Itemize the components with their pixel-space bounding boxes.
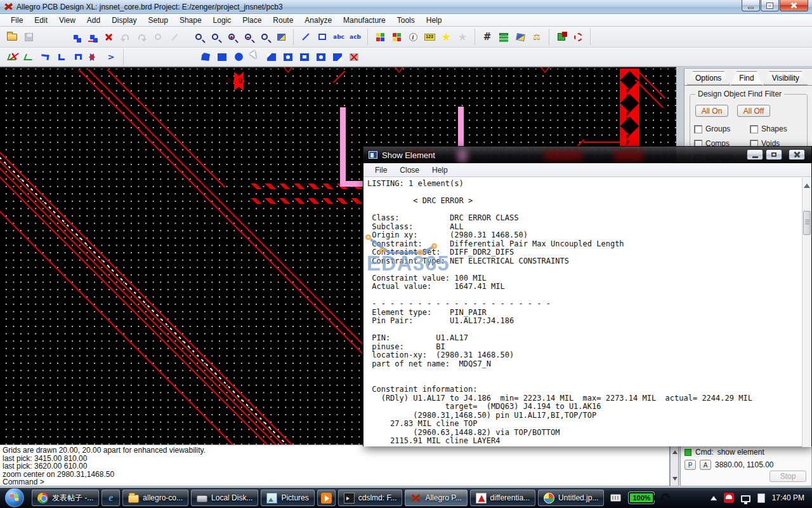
swap-pins-icon[interactable] [87,50,102,64]
tab-options[interactable]: Options [687,71,730,85]
taskbar-local-disk[interactable]: Local Disk... [191,490,258,506]
dialog-scrollbar[interactable] [802,178,811,447]
antivirus-tray-icon[interactable] [724,493,734,503]
command-prompt[interactable]: Command > [3,478,667,486]
save-file-icon[interactable] [21,30,36,44]
scroll-down-icon[interactable] [672,477,678,483]
drc-error-marker[interactable] [234,72,254,91]
taskbar-allegro-active[interactable]: Allegro P... [405,490,467,506]
stop-button[interactable]: Stop [769,471,806,482]
title-bar[interactable]: Allegro PCB Design XL: jnsnet_core.brd P… [0,0,812,14]
fix-icon[interactable] [167,30,182,44]
menu-item[interactable]: Setup [143,15,174,26]
dehighlight-icon[interactable] [455,30,470,44]
layer-stack-icon[interactable] [496,30,511,44]
delete-icon[interactable] [101,30,116,44]
shove-icon[interactable] [70,50,86,64]
highlighted-cline-vertical[interactable] [340,107,346,183]
dialog-maximize-button[interactable] [766,149,782,160]
void-polygon-icon[interactable] [280,50,296,64]
menu-item[interactable]: Logic [207,15,237,26]
menu-item[interactable]: File [5,15,29,26]
constraints-icon[interactable]: ⚖ [529,30,544,44]
menu-item[interactable]: Route [267,15,299,26]
zoom-in-icon[interactable] [224,30,239,44]
all-off-button[interactable]: All Off [737,105,770,117]
taskbar-pictures[interactable]: Pictures [261,490,314,506]
shape-polygon-icon[interactable] [198,50,213,64]
property-edit-icon[interactable] [150,30,166,44]
add-rect-icon[interactable] [315,30,330,44]
taskbar-pdf[interactable]: differentia... [470,490,535,506]
taskbar-cdslmd-console[interactable]: cdslmd: F... [338,490,403,506]
keyboard-layout-icon[interactable] [610,494,621,502]
menu-item[interactable]: Tools [391,15,421,26]
grid-toggle-icon[interactable]: # [480,30,495,44]
dialog-close-button[interactable] [789,149,805,160]
highlighted-cline-vertical-2[interactable] [458,107,464,147]
dialog-menu-item[interactable]: File [369,164,393,176]
start-button[interactable] [5,488,24,507]
maximize-button[interactable] [761,0,779,11]
shape-rect-icon[interactable] [214,50,230,64]
highlighted-cline-foot[interactable] [340,181,365,187]
zoom-previous-icon[interactable] [257,30,272,44]
menu-item[interactable]: Analyze [299,15,337,26]
console-scrollbar[interactable] [670,444,679,486]
menu-item[interactable]: Display [106,15,142,26]
add-line-icon[interactable] [298,30,313,44]
color-priority-icon[interactable] [389,30,404,44]
menu-item[interactable]: Place [237,15,267,26]
taskbar-clock[interactable]: 17:40 PM [772,493,804,502]
tab-find[interactable]: Find [731,71,762,85]
tab-visibility[interactable]: Visibility [764,71,808,85]
find-filter-checkbox[interactable]: Groups [694,124,750,133]
menu-item[interactable]: Shape [174,15,207,26]
void-rect-icon[interactable] [297,50,312,64]
menu-item[interactable]: View [53,15,81,26]
add-connect-icon[interactable] [54,50,69,64]
clipboard-tray-icon[interactable] [757,493,765,503]
place-component-icon[interactable] [554,30,569,44]
copy-icon[interactable] [84,30,100,44]
menu-item[interactable]: Edit [29,15,53,26]
shape-circle-icon[interactable] [231,50,246,64]
zoom-out-icon[interactable] [240,30,256,44]
battery-meter[interactable]: 100% [629,492,670,504]
unrats-all-icon[interactable] [4,50,20,64]
void-circle-icon[interactable] [313,50,329,64]
absolute-button[interactable]: A [700,460,711,470]
zoom-points-icon[interactable] [191,30,206,44]
taskbar-chrome-window[interactable]: 发表帖子 -... [32,490,99,506]
color-dialog-icon[interactable] [372,30,388,44]
highlight-icon[interactable] [438,30,454,44]
pick-button[interactable]: P [684,460,696,470]
slide-icon[interactable] [37,50,53,64]
minimize-button[interactable] [742,0,760,11]
rats-all-icon[interactable] [21,50,36,64]
dialog-minimize-button[interactable] [747,149,763,160]
taskbar-ie[interactable]: e [102,490,120,506]
find-filter-checkbox[interactable]: Shapes [750,124,807,133]
scroll-up-icon[interactable] [804,180,810,188]
redo-icon[interactable] [134,30,149,44]
open-file-icon[interactable] [4,30,20,44]
network-tray-icon[interactable] [741,495,750,502]
add-text-icon[interactable]: abc [331,30,346,44]
taskbar-image-viewer[interactable]: Untitled.jp... [538,490,604,506]
menu-item[interactable]: Help [421,15,448,26]
taskbar-media-player[interactable] [317,490,336,506]
scrollbar-thumb[interactable] [803,211,811,235]
taskbar-folder-allegro[interactable]: allegro-co... [122,490,188,506]
move-icon[interactable] [68,30,83,44]
zoom-fit-icon[interactable] [207,30,223,44]
drc-update-icon[interactable] [570,30,586,44]
edit-text-icon[interactable]: acb [348,30,363,44]
color-edit-icon[interactable] [513,30,528,44]
color-brush-icon[interactable] [273,30,289,44]
menu-item[interactable]: Add [81,15,106,26]
show-element-icon[interactable]: i [405,30,421,44]
shape-select-icon[interactable] [247,50,263,64]
show-element-dialog[interactable]: Show Element FileCloseHelp LISTING: 1 el… [363,146,812,446]
undo-icon[interactable] [117,30,133,44]
